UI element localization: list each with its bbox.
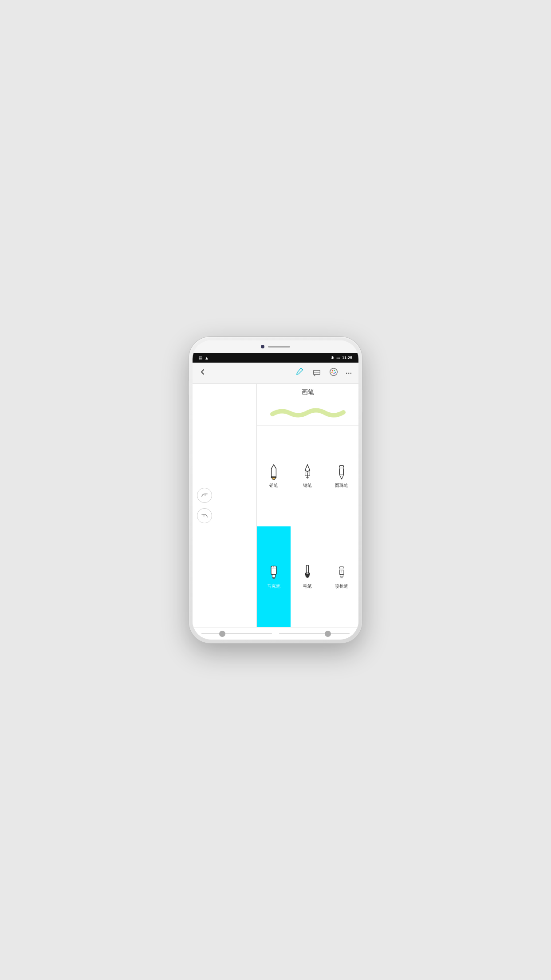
bottom-sliders	[193, 627, 358, 640]
undo-redo-controls	[197, 488, 212, 523]
svg-point-20	[273, 566, 275, 567]
status-left: ▤ ▲	[199, 356, 209, 360]
brush-preview	[257, 401, 358, 426]
brush-item-spray[interactable]: 0 喷枪笔	[325, 526, 358, 627]
brush-pencil-label: 铅笔	[269, 482, 278, 489]
brush-panel: 画笔	[256, 384, 358, 627]
status-bar: ▤ ▲ ✱ ▪▪▪ 11:25	[193, 353, 358, 363]
more-button[interactable]: ···	[346, 370, 352, 377]
svg-point-14	[341, 478, 342, 479]
svg-marker-7	[272, 464, 276, 477]
size-slider-track[interactable]	[201, 633, 272, 634]
front-camera	[261, 345, 264, 348]
svg-rect-18	[273, 577, 275, 579]
brush-item-brush[interactable]: 毛笔	[291, 526, 324, 627]
svg-point-4	[335, 372, 336, 373]
brush-item-marker[interactable]: 马克笔	[257, 526, 291, 627]
brush-marker-label: 马克笔	[267, 583, 280, 589]
status-right: ✱ ▪▪▪ 11:25	[331, 356, 352, 360]
brush-item-fountain-pen[interactable]: 钢笔	[291, 426, 324, 526]
back-button[interactable]	[199, 368, 207, 378]
brush-grid: 铅笔 钢笔	[257, 426, 358, 627]
redo-button[interactable]	[197, 488, 212, 503]
toolbar: ···	[193, 363, 358, 384]
speaker	[268, 346, 290, 348]
svg-rect-21	[307, 565, 309, 573]
phone-device: ▤ ▲ ✱ ▪▪▪ 11:25	[189, 337, 362, 643]
time-display: 11:25	[342, 356, 352, 360]
svg-point-1	[330, 368, 338, 376]
battery-icon: ▪▪▪	[336, 356, 340, 360]
brush-item-pencil[interactable]: 铅笔	[257, 426, 291, 526]
svg-rect-17	[272, 574, 276, 577]
svg-rect-25	[339, 568, 344, 569]
brush-item-ballpoint[interactable]: 圆珠笔	[325, 426, 358, 526]
opacity-slider-track[interactable]	[279, 633, 350, 634]
brush-panel-title: 画笔	[257, 384, 358, 401]
svg-rect-23	[340, 574, 343, 577]
svg-rect-13	[339, 465, 343, 475]
bluetooth-icon: ✱	[331, 356, 335, 360]
svg-rect-24	[340, 577, 342, 578]
svg-rect-15	[339, 467, 343, 469]
camera-area	[193, 340, 358, 353]
svg-point-2	[332, 370, 333, 371]
eraser-tool-button[interactable]	[312, 367, 322, 379]
wifi-icon: ▲	[205, 356, 209, 360]
svg-point-3	[334, 370, 335, 371]
svg-rect-19	[272, 567, 276, 569]
brush-fountain-label: 钢笔	[303, 482, 312, 489]
phone-screen: ▤ ▲ ✱ ▪▪▪ 11:25	[193, 340, 358, 640]
palette-tool-button[interactable]	[329, 367, 338, 379]
canvas-area[interactable]	[193, 384, 256, 627]
toolbar-tools: ···	[295, 367, 352, 379]
brush-ballpoint-label: 圆珠笔	[335, 482, 348, 489]
svg-point-6	[331, 372, 333, 373]
svg-point-5	[334, 373, 335, 374]
pen-tool-button[interactable]	[295, 367, 305, 379]
main-content: 画笔	[193, 384, 358, 627]
brush-spray-label: 喷枪笔	[335, 583, 348, 589]
undo-button[interactable]	[197, 508, 212, 523]
opacity-slider-thumb[interactable]	[325, 631, 331, 637]
brush-brush-label: 毛笔	[303, 583, 312, 589]
doc-icon: ▤	[199, 356, 203, 360]
size-slider-thumb[interactable]	[219, 631, 225, 637]
